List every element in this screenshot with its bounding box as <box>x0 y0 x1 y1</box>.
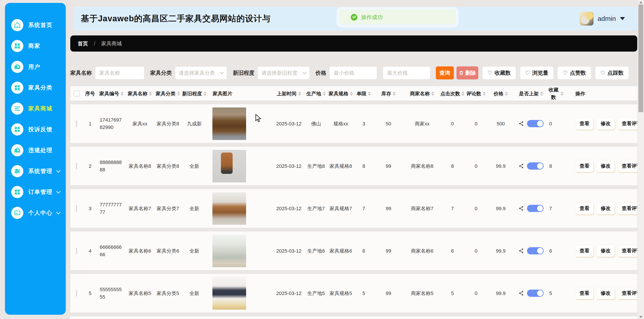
vertical-scrollbar[interactable] <box>638 0 644 319</box>
column-label: 收藏数 <box>548 86 559 100</box>
column-header-condition[interactable]: 新旧程度 <box>182 90 207 97</box>
column-header-price[interactable]: 价格 <box>487 90 514 97</box>
view-comments-button[interactable]: 查看评论 <box>618 245 637 257</box>
view-button[interactable]: 查看 <box>575 245 594 257</box>
sidebar-item-5[interactable]: 家具商城 <box>5 98 66 119</box>
shelf-toggle[interactable] <box>527 162 544 170</box>
view-button[interactable]: 查看 <box>575 287 594 299</box>
sort-arrows-icon[interactable] <box>368 91 371 96</box>
row-checkbox[interactable] <box>76 205 77 212</box>
views-sort-label: 浏览量 <box>532 69 548 76</box>
user-menu[interactable]: admin <box>580 7 625 30</box>
sidebar-item-7[interactable]: 违规处理 <box>5 140 66 161</box>
shelf-toggle[interactable] <box>527 290 544 297</box>
sort-arrows-icon[interactable] <box>177 91 180 96</box>
category-select[interactable]: 请选择家具分类 <box>175 66 227 79</box>
column-header-category[interactable]: 家具分类 <box>154 90 182 97</box>
cell-comments: 0 <box>465 290 487 297</box>
dislikes-sort-button[interactable]: ♡ 点踩数 <box>595 66 629 79</box>
sidebar-item-4[interactable]: 家具分类 <box>5 77 66 98</box>
cell-clicks: 8 <box>440 162 465 170</box>
column-header-name[interactable]: 家具名称 <box>126 90 154 97</box>
furniture-name-input[interactable] <box>95 66 144 79</box>
sort-arrows-icon[interactable] <box>540 91 543 96</box>
condition-select[interactable]: 请选择新旧程度 <box>258 66 310 79</box>
cell-stock: 99 <box>373 162 404 170</box>
favorites-sort-button[interactable]: ♡ 收藏数 <box>482 66 516 79</box>
sort-arrows-icon[interactable] <box>149 91 152 96</box>
column-header-origin[interactable]: 生产地 <box>306 90 327 97</box>
sort-arrows-icon[interactable] <box>431 91 434 96</box>
furniture-photo <box>212 150 246 182</box>
sidebar-item-6[interactable]: 投诉反馈 <box>5 119 66 140</box>
avatar[interactable] <box>580 12 594 25</box>
cell-favorites: 6 <box>548 247 564 255</box>
edit-button[interactable]: 修改 <box>596 118 615 130</box>
delete-button[interactable]: 删除 <box>456 66 478 79</box>
category-placeholder: 请选择家具分类 <box>179 69 215 76</box>
shelf-toggle[interactable] <box>527 120 544 127</box>
column-header-shelf[interactable]: 是否上架 <box>514 90 548 97</box>
table-row-1: 11741769782990家具xx家具分类8九成新2025-03-12佛山规格… <box>70 104 637 143</box>
edit-button[interactable]: 修改 <box>596 287 615 299</box>
briefcase-icon <box>11 61 23 73</box>
column-header-time[interactable]: 上架时间 <box>272 90 306 97</box>
views-sort-button[interactable]: ♡ 浏览量 <box>520 66 554 79</box>
column-label: 评论数 <box>466 90 481 97</box>
row-checkbox[interactable] <box>76 163 77 169</box>
scroll-down-arrow-icon[interactable] <box>639 316 642 318</box>
column-header-limit[interactable]: 单限 <box>355 90 373 97</box>
sort-arrows-icon[interactable] <box>204 91 206 96</box>
likes-sort-button[interactable]: ♡ 点赞数 <box>558 66 591 79</box>
view-button[interactable]: 查看 <box>575 202 594 215</box>
column-header-code[interactable]: 家具编号 <box>98 90 126 97</box>
column-header-stock[interactable]: 库存 <box>373 90 404 97</box>
view-comments-button[interactable]: 查看评论 <box>618 118 637 130</box>
view-comments-button[interactable]: 查看评论 <box>618 202 637 215</box>
view-button[interactable]: 查看 <box>575 118 594 130</box>
sort-arrows-icon[interactable] <box>560 91 564 96</box>
sort-arrows-icon[interactable] <box>482 91 486 96</box>
breadcrumb: 首页 / 家具商城 <box>70 35 637 52</box>
scroll-up-arrow-icon[interactable] <box>639 1 642 3</box>
edit-button[interactable]: 修改 <box>596 245 615 257</box>
sidebar-item-1[interactable]: 系统首页 <box>5 14 66 35</box>
query-button[interactable]: 查询 <box>436 66 454 79</box>
sort-arrows-icon[interactable] <box>505 91 508 96</box>
select-all-checkbox[interactable] <box>74 91 80 96</box>
row-checkbox-cell <box>70 162 83 170</box>
furniture-photo <box>212 107 246 140</box>
shelf-toggle[interactable] <box>527 205 544 212</box>
max-price-input[interactable] <box>383 66 430 79</box>
edit-button[interactable]: 修改 <box>596 160 615 172</box>
sidebar-item-2[interactable]: 商家 <box>5 35 66 56</box>
sort-arrows-icon[interactable] <box>462 91 464 96</box>
sidebar-item-8[interactable]: 系统管理 <box>5 161 66 182</box>
sort-arrows-icon[interactable] <box>298 91 301 96</box>
min-price-input[interactable] <box>330 66 377 79</box>
column-header-spec[interactable]: 家具规格 <box>327 90 355 97</box>
edit-button[interactable]: 修改 <box>596 202 615 215</box>
row-checkbox[interactable] <box>76 248 77 254</box>
column-header-comments[interactable]: 评论数 <box>465 90 487 97</box>
sort-arrows-icon[interactable] <box>392 91 396 96</box>
row-checkbox[interactable] <box>76 120 77 127</box>
column-header-clicks[interactable]: 点击次数 <box>440 90 465 97</box>
sort-arrows-icon[interactable] <box>323 91 326 96</box>
sidebar-item-3[interactable]: 用户 <box>5 56 66 77</box>
scrollbar-thumb[interactable] <box>638 4 643 112</box>
row-checkbox[interactable] <box>76 290 77 297</box>
sidebar-item-9[interactable]: 订单管理 <box>5 182 66 202</box>
column-header-photo: 家具图片 <box>207 90 272 97</box>
breadcrumb-home[interactable]: 首页 <box>78 40 88 47</box>
column-header-favorites[interactable]: 收藏数 <box>548 86 564 100</box>
row-checkbox-cell <box>70 247 83 255</box>
view-comments-button[interactable]: 查看评论 <box>618 287 637 299</box>
shelf-toggle[interactable] <box>527 247 544 254</box>
view-comments-button[interactable]: 查看评论 <box>618 160 637 172</box>
column-header-merchant[interactable]: 商家名称 <box>404 90 440 97</box>
sort-arrows-icon[interactable] <box>350 91 353 96</box>
view-button[interactable]: 查看 <box>575 160 594 172</box>
sort-arrows-icon[interactable] <box>120 91 124 96</box>
sidebar-item-10[interactable]: 个人中心 <box>5 202 66 223</box>
